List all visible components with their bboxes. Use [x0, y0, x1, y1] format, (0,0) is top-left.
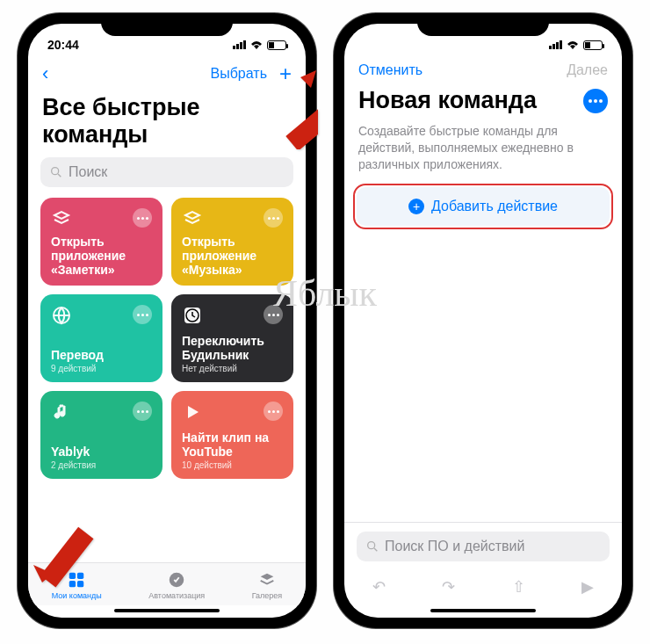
home-indicator[interactable] — [430, 609, 536, 612]
battery-icon — [583, 40, 603, 50]
layers-icon — [51, 208, 72, 229]
globe-icon — [51, 305, 72, 326]
shortcut-card[interactable]: Открыть приложение «Заметки» — [40, 198, 162, 286]
svg-line-1 — [58, 174, 61, 177]
layers-icon — [182, 208, 203, 229]
notch — [417, 13, 549, 36]
card-title: Открыть приложение «Музыка» — [182, 235, 283, 277]
card-subtitle: 10 действий — [182, 460, 283, 470]
cancel-button[interactable]: Отменить — [358, 62, 422, 78]
more-button[interactable] — [583, 89, 608, 113]
card-more-button[interactable] — [133, 208, 152, 228]
card-title: Yablyk — [51, 445, 152, 459]
svg-rect-12 — [285, 97, 318, 149]
tab-automation[interactable]: Автоматизация — [148, 570, 205, 600]
card-title: Найти клип на YouTube — [182, 431, 283, 459]
shortcut-card[interactable]: Открыть приложение «Музыка» — [171, 198, 293, 286]
run-button[interactable]: ▶ — [581, 577, 594, 597]
search-placeholder: Поиск — [69, 164, 107, 180]
plus-circle-icon: + — [408, 199, 424, 214]
svg-rect-14 — [40, 527, 93, 588]
tab-gallery[interactable]: Галерея — [252, 570, 283, 600]
notch — [101, 13, 233, 36]
play-icon — [182, 402, 203, 423]
undo-button[interactable]: ↶ — [372, 577, 386, 597]
add-action-button[interactable]: + Добавить действие — [357, 187, 610, 226]
search-icon — [49, 165, 63, 179]
share-button[interactable]: ⇧ — [512, 577, 525, 597]
wifi-icon — [566, 40, 580, 50]
home-indicator[interactable] — [114, 609, 220, 612]
card-subtitle: 2 действия — [51, 460, 152, 470]
card-subtitle: Нет действий — [182, 364, 283, 373]
svg-marker-5 — [188, 406, 199, 418]
back-button[interactable]: ‹ — [42, 62, 48, 85]
card-more-button[interactable] — [264, 402, 283, 421]
wifi-icon — [249, 40, 264, 50]
cellular-icon — [549, 40, 562, 49]
card-more-button[interactable] — [264, 305, 283, 324]
phone-right: Отменить Далее Новая команда Создавайте … — [334, 13, 632, 628]
shortcut-card[interactable]: Переключить БудильникНет действий — [171, 294, 293, 382]
page-title: Новая команда — [344, 83, 622, 123]
annotation-arrow-tab — [33, 510, 112, 593]
card-title: Открыть приложение «Заметки» — [51, 235, 152, 277]
card-title: Перевод — [51, 348, 152, 362]
shortcut-card[interactable]: Перевод9 действий — [40, 294, 162, 382]
card-title: Переключить Будильник — [182, 334, 283, 362]
phone-left: 20:44 ‹ Выбрать + Все быстрые команды По… — [18, 13, 316, 628]
cellular-icon — [233, 40, 246, 49]
music-icon — [51, 402, 72, 423]
shortcuts-grid: Открыть приложение «Заметки»Открыть прил… — [28, 198, 306, 479]
card-more-button[interactable] — [133, 402, 152, 421]
card-subtitle: 9 действий — [51, 364, 152, 373]
nav-bar: Отменить Далее — [344, 57, 622, 83]
search-field[interactable]: Поиск — [40, 157, 293, 187]
svg-point-15 — [368, 542, 375, 549]
annotation-arrow-add — [239, 70, 318, 153]
shortcut-card[interactable]: Найти клип на YouTube10 действий — [171, 391, 293, 479]
shortcut-card[interactable]: Yablyk2 действия — [40, 391, 162, 479]
battery-icon — [267, 40, 286, 50]
search-placeholder: Поиск ПО и действий — [385, 539, 524, 554]
action-search-field[interactable]: Поиск ПО и действий — [357, 532, 610, 561]
bottom-toolbar: Поиск ПО и действий ↶ ↷ ⇧ ▶ — [344, 522, 622, 618]
search-icon — [365, 539, 379, 554]
card-more-button[interactable] — [133, 305, 152, 324]
svg-line-16 — [374, 548, 377, 551]
next-button[interactable]: Далее — [567, 62, 608, 78]
info-text: Создавайте быстрые команды для действий,… — [344, 123, 622, 187]
card-more-button[interactable] — [264, 208, 283, 228]
status-time: 20:44 — [47, 38, 79, 52]
clock-icon — [182, 305, 203, 326]
redo-button[interactable]: ↷ — [442, 577, 455, 597]
svg-point-0 — [52, 168, 59, 175]
svg-marker-11 — [300, 70, 316, 88]
